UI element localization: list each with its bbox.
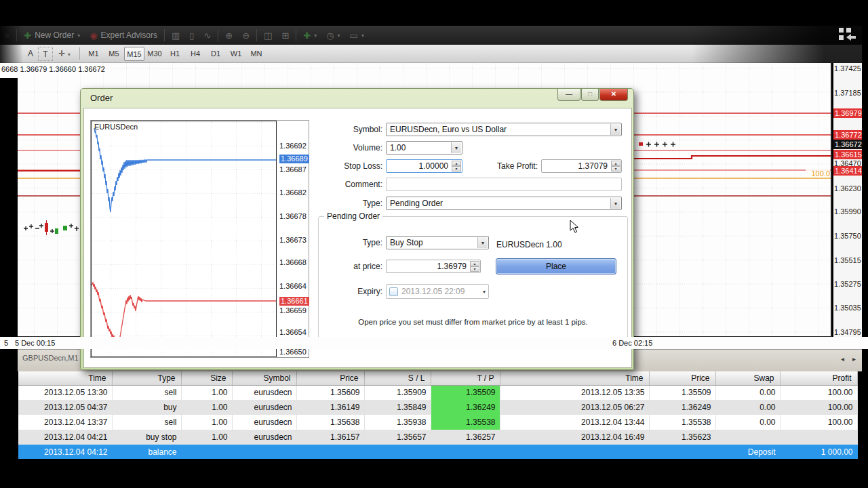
- time-axis[interactable]: 5 5 Dec 00:15 6 Dec 02:15: [0, 337, 868, 349]
- at-price-input[interactable]: 1.36979 ▴ ▾: [386, 260, 481, 273]
- table-row[interactable]: 2013.12.04 13:37 sell 1.00 eurusdecn 1.3…: [18, 415, 857, 430]
- axis-price-label: 1.35515: [834, 256, 861, 265]
- expiry-field[interactable]: 2013.12.05 22:09 ▾: [386, 284, 489, 299]
- cell-sl: 1.35938: [364, 415, 431, 430]
- tile-windows-icon[interactable]: ◫: [259, 28, 277, 43]
- scroll-left-arrow[interactable]: ◂: [841, 355, 844, 363]
- timeframe-d1[interactable]: D1: [205, 47, 226, 61]
- symbol-select[interactable]: EURUSDecn, Euro vs US Dollar ▾: [386, 123, 622, 136]
- time-label-left: 5 Dec 00:15: [15, 339, 55, 347]
- timeframe-mn[interactable]: MN: [246, 47, 267, 61]
- cell-tp: [431, 445, 500, 460]
- toolbar-left-fade: [0, 26, 23, 63]
- cell-type: sell: [112, 415, 181, 430]
- at-price-value: 1.36979: [437, 262, 467, 271]
- spin-up-icon[interactable]: ▴: [611, 161, 620, 166]
- balance-row[interactable]: 2013.12.04 04:12 balance Deposit 1 000.0…: [18, 445, 857, 460]
- top-letterbox: [0, 0, 868, 26]
- col-tp[interactable]: T / P: [431, 371, 500, 385]
- at-price-spinner[interactable]: ▴ ▾: [470, 261, 479, 272]
- periods-button[interactable]: ◷ ▾: [321, 28, 344, 43]
- table-row[interactable]: 2013.12.05 04:37 buy 1.00 eurusdecn 1.36…: [18, 400, 857, 415]
- cell-profit: [780, 430, 857, 445]
- at-price-label: at price:: [301, 262, 382, 271]
- close-button[interactable]: ✕: [599, 89, 628, 101]
- comment-input[interactable]: [386, 178, 622, 191]
- cell-symbol: eurusdecn: [232, 385, 296, 400]
- timeframe-w1[interactable]: W1: [226, 47, 246, 61]
- timeframe-h4[interactable]: H4: [185, 47, 205, 61]
- pending-order-hint: Open price you set must differ from mark…: [318, 318, 628, 326]
- take-profit-spinner[interactable]: ▴ ▾: [611, 161, 620, 171]
- take-profit-value: 1.37079: [578, 161, 608, 171]
- pending-type-value: Buy Stop: [390, 238, 423, 247]
- expert-advisors-label: Expert Advisors: [101, 30, 157, 40]
- axis-price-label: 1.35990: [834, 207, 861, 216]
- order-type-select[interactable]: Pending Order ▾: [386, 197, 622, 210]
- cell-deposit-amount: 1 000.00: [780, 445, 857, 460]
- new-order-label: New Order: [35, 30, 74, 40]
- pending-type-select[interactable]: Buy Stop ▾: [386, 236, 489, 249]
- candlestick-chart-icon[interactable]: ▯: [184, 28, 199, 43]
- take-profit-input[interactable]: 1.37079 ▴ ▾: [541, 159, 622, 173]
- zoom-out-icon[interactable]: ⊖: [237, 28, 254, 43]
- expert-advisors-button[interactable]: ◉ Expert Advisors: [85, 28, 162, 43]
- new-order-button[interactable]: ✚ New Order ▾: [19, 28, 85, 43]
- cursor-tool-button[interactable]: A: [23, 47, 38, 61]
- spin-down-icon[interactable]: ▾: [611, 166, 620, 171]
- cascade-windows-icon[interactable]: ⊞: [277, 28, 294, 43]
- col-sl[interactable]: S / L: [364, 371, 431, 385]
- scroll-right-arrow[interactable]: ▸: [852, 355, 856, 363]
- symbol-value: EURUSDecn, Euro vs US Dollar: [390, 125, 507, 134]
- table-row[interactable]: 2013.12.05 13:30 sell 1.00 eurusdecn 1.3…: [18, 385, 857, 400]
- cell-deposit-label: Deposit: [715, 445, 780, 460]
- col-profit[interactable]: Profit: [780, 371, 857, 385]
- col-price[interactable]: Price: [296, 371, 364, 385]
- right-vignette: [862, 26, 868, 459]
- stop-loss-input[interactable]: 1.00000 ▴ ▾: [386, 159, 462, 173]
- table-row[interactable]: 2013.12.04 04:21 buy stop 1.00 eurusdecn…: [18, 430, 857, 445]
- tick-axis-label: 1.36678: [279, 212, 307, 221]
- indicators-button[interactable]: ✚ ▾: [298, 28, 321, 43]
- order-dialog[interactable]: Order — □ ✕: [80, 88, 634, 370]
- timeframe-m30[interactable]: M30: [144, 47, 165, 61]
- tick-chart-panel: EURUSDecn 1.36692 1.36689 1.36687 1.3668…: [90, 120, 309, 358]
- indicators-plus-icon: ✚: [303, 30, 311, 41]
- place-button[interactable]: Place: [496, 258, 616, 274]
- pending-instrument-label: EURUSDecn 1.00: [496, 240, 562, 249]
- cell-close-price: 1.35538: [649, 415, 715, 430]
- minimize-button[interactable]: —: [557, 89, 580, 101]
- cell-close-time: 2013.12.04 13:44: [500, 415, 649, 430]
- text-tool-button[interactable]: T: [38, 47, 53, 61]
- col-type[interactable]: Type: [112, 371, 181, 385]
- dialog-title: Order: [90, 93, 113, 103]
- spin-down-icon[interactable]: ▾: [470, 266, 479, 272]
- bar-chart-icon[interactable]: ▥: [167, 28, 184, 43]
- timeframe-m1[interactable]: M1: [83, 47, 104, 61]
- background-chart-tab[interactable]: GBPUSDecn,M1: [22, 354, 79, 362]
- col-swap[interactable]: Swap: [715, 371, 780, 385]
- templates-button[interactable]: ▭ ▾: [345, 28, 369, 43]
- maximize-button[interactable]: □: [581, 89, 599, 101]
- line-chart-icon[interactable]: ∿: [199, 28, 216, 43]
- timeframe-m15[interactable]: M15: [124, 47, 144, 61]
- col-time[interactable]: Time: [18, 371, 112, 385]
- take-profit-label: Take Profit:: [456, 161, 538, 171]
- cell-size: 1.00: [181, 385, 232, 400]
- col-close-time[interactable]: Time: [500, 371, 649, 385]
- spin-up-icon[interactable]: ▴: [470, 261, 479, 266]
- axis-current-price-tag: 1.36672: [833, 140, 863, 149]
- zoom-in-icon[interactable]: ⊕: [220, 28, 237, 43]
- cell-symbol: eurusdecn: [232, 430, 296, 445]
- volume-select[interactable]: 1.00 ▾: [386, 141, 462, 155]
- expiry-checkbox[interactable]: [389, 287, 398, 296]
- col-size[interactable]: Size: [181, 371, 232, 385]
- toolbar-separator: [296, 29, 296, 41]
- col-close-price[interactable]: Price: [649, 371, 715, 385]
- timeframe-h1[interactable]: H1: [165, 47, 185, 61]
- tile-restore-icon[interactable]: [838, 27, 857, 41]
- price-axis[interactable]: 1.37425 1.37185 1.36979 1.36772 1.36672 …: [833, 63, 862, 337]
- crosshair-tool-button[interactable]: ✛ ▾: [53, 47, 76, 61]
- col-symbol[interactable]: Symbol: [232, 371, 296, 385]
- timeframe-m5[interactable]: M5: [104, 47, 124, 61]
